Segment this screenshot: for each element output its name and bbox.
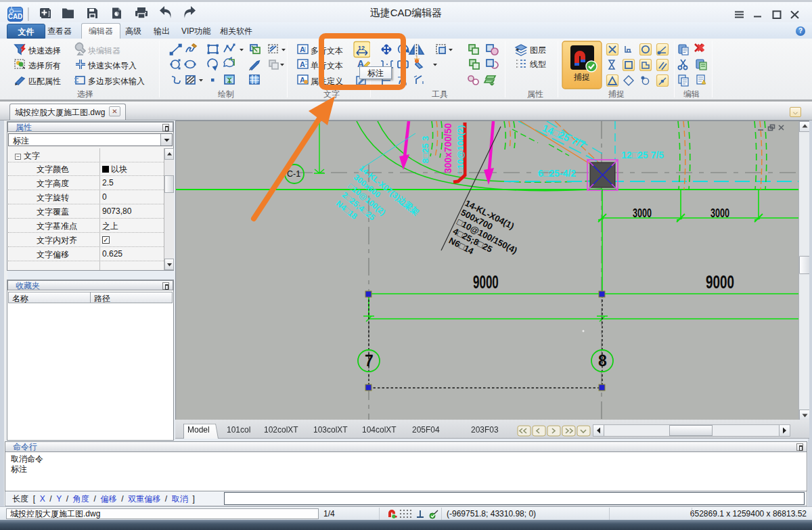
svg-text:A: A <box>300 60 305 68</box>
svg-text:6□25-4/2: 6□25-4/2 <box>538 168 576 179</box>
svg-text:7: 7 <box>365 352 374 370</box>
svg-text:A: A <box>300 45 305 53</box>
svg-text:3000: 3000 <box>633 206 652 220</box>
svg-text:9000: 9000 <box>706 272 734 292</box>
svg-text:9000: 9000 <box>473 272 499 292</box>
svg-text:3000: 3000 <box>710 206 729 220</box>
svg-text:□10@100(2): □10@100(2) <box>455 125 466 175</box>
svg-text:300x700/50: 300x700/50 <box>443 123 453 173</box>
svg-text:8: 8 <box>598 352 607 370</box>
svg-text:12□25 7/5: 12□25 7/5 <box>621 150 664 160</box>
svg-text:14□25 7/7: 14□25 7/7 <box>541 122 587 150</box>
svg-text:8□25 3: 8□25 3 <box>420 136 430 163</box>
